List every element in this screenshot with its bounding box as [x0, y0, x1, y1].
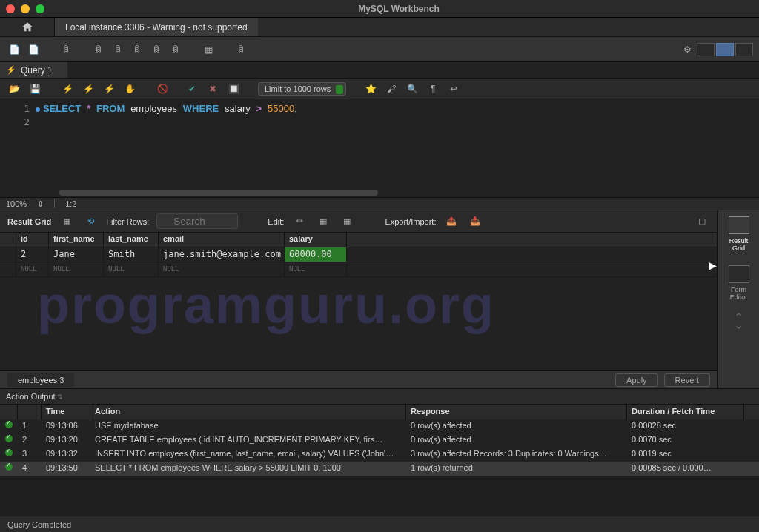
execute-icon[interactable]: ⚡	[59, 81, 76, 97]
result-side-panel: Result Grid Form Editor ⌃⌄	[717, 210, 759, 388]
import-icon[interactable]: 📥	[467, 213, 483, 230]
cell[interactable]: 2	[16, 247, 49, 262]
commit-icon[interactable]: ✔	[184, 81, 200, 97]
chevron-up-down-icon: ⌃⌄	[734, 314, 743, 329]
action-output-columns: Time Action Response Duration / Fetch Ti…	[0, 405, 759, 419]
connection-tab-bar: Local instance 3306 - Warning - not supp…	[0, 18, 759, 37]
col-header[interactable]: id	[16, 233, 49, 247]
autocommit-icon[interactable]: 🔲	[225, 81, 242, 97]
panel-toggle-right[interactable]	[735, 43, 753, 56]
sql-editor[interactable]: 1 2 SELECT * FROM employees WHERE salary…	[0, 99, 759, 197]
execute-current-icon[interactable]: ⚡	[80, 81, 96, 97]
connection-tab[interactable]: Local instance 3306 - Warning - not supp…	[55, 18, 258, 36]
edit-icon-3[interactable]: ▦	[339, 213, 355, 230]
inspector-icon[interactable]: 🛢	[58, 41, 74, 58]
cursor-position: 1:2	[65, 199, 76, 208]
cell[interactable]: jane.smith@example.com	[159, 247, 285, 262]
close-window-button[interactable]	[6, 4, 15, 13]
panel-toggle-left[interactable]	[697, 43, 715, 56]
explain-icon[interactable]: ⚡	[101, 81, 117, 97]
invisible-chars-icon[interactable]: ¶	[425, 81, 441, 97]
cell-selected[interactable]: 60000.00	[285, 247, 347, 262]
wrap-cell-icon[interactable]: ▢	[694, 213, 710, 230]
beautify-icon[interactable]: 🖌	[383, 81, 400, 97]
grid-row[interactable]: 2 Jane Smith jane.smith@example.com 6000…	[0, 247, 717, 262]
query-tab-label: Query 1	[21, 65, 53, 76]
db-icon-5[interactable]: 🛢	[168, 41, 184, 58]
wrap-icon[interactable]: ↩	[445, 81, 462, 97]
revert-button[interactable]: Revert	[664, 373, 710, 387]
stop-icon[interactable]: ✋	[122, 81, 138, 97]
cell-null[interactable]: NULL	[104, 262, 159, 276]
query-tab-bar: ⚡ Query 1	[0, 62, 759, 79]
open-file-icon[interactable]: 📂	[6, 81, 22, 97]
filter-rows-input[interactable]	[156, 213, 238, 229]
cell[interactable]: Jane	[49, 247, 104, 262]
zoom-window-button[interactable]	[36, 4, 44, 13]
col-header[interactable]: salary	[285, 233, 347, 247]
cell-null[interactable]: NULL	[49, 262, 104, 276]
dashboard-icon[interactable]: ▦	[200, 41, 216, 58]
sql-code[interactable]: SELECT * FROM employees WHERE salary > 5…	[43, 99, 297, 197]
result-grid[interactable]: id first_name last_name email salary 2 J…	[0, 233, 717, 370]
edit-icon-1[interactable]: ✏	[291, 213, 308, 230]
db-icon-4[interactable]: 🛢	[148, 41, 165, 58]
grid-icon	[729, 216, 749, 234]
result-footer: employees 3 Apply Revert	[0, 370, 717, 388]
toggle-icon-1[interactable]: 🚫	[154, 81, 170, 97]
reconnect-icon[interactable]: 🛢	[233, 41, 249, 58]
col-action[interactable]: Action	[90, 405, 406, 419]
limit-dropdown[interactable]: Limit to 1000 rows	[258, 82, 346, 96]
result-tab[interactable]: employees 3	[7, 373, 74, 387]
db-icon-2[interactable]: 🛢	[110, 41, 126, 58]
grid-row-null[interactable]: NULL NULL NULL NULL NULL	[0, 262, 717, 277]
apply-button[interactable]: Apply	[615, 373, 658, 387]
zoom-handle-icon[interactable]: ⇕	[37, 199, 44, 209]
horizontal-scrollbar[interactable]	[59, 190, 378, 196]
success-icon	[5, 463, 13, 471]
col-response[interactable]: Response	[406, 405, 627, 419]
settings-icon[interactable]: ⚙	[679, 41, 695, 58]
refresh-icon[interactable]: ⟲	[82, 213, 99, 230]
grid-header: id first_name last_name email salary	[0, 233, 717, 247]
action-output-row[interactable]: 2 09:13:20 CREATE TABLE employees ( id I…	[0, 433, 759, 448]
window-title: MySQL Workbench	[44, 4, 753, 14]
action-output-row[interactable]: 3 09:13:32 INSERT INTO employees (first_…	[0, 448, 759, 462]
cell-null[interactable]: NULL	[285, 262, 347, 276]
star-icon[interactable]: ⭐	[362, 81, 379, 97]
save-file-icon[interactable]: 💾	[27, 81, 43, 97]
form-icon	[729, 265, 749, 283]
col-time[interactable]: Time	[42, 405, 90, 419]
action-output-row[interactable]: 4 09:13:50 SELECT * FROM employees WHERE…	[0, 462, 759, 476]
side-nav[interactable]: ⌃⌄	[734, 314, 743, 329]
minimize-window-button[interactable]	[21, 4, 30, 13]
col-duration[interactable]: Duration / Fetch Time	[627, 405, 744, 419]
editor-toolbar: 📂 💾 ⚡ ⚡ ⚡ ✋ 🚫 ✔ ✖ 🔲 Limit to 1000 rows ⭐…	[0, 79, 759, 99]
export-icon[interactable]: 📤	[443, 213, 460, 230]
limit-dropdown-label: Limit to 1000 rows	[258, 82, 346, 96]
side-result-grid[interactable]: Result Grid	[729, 216, 749, 252]
home-tab[interactable]	[0, 18, 55, 36]
col-header[interactable]: email	[159, 233, 285, 247]
cell-null[interactable]: NULL	[16, 262, 49, 276]
db-icon-1[interactable]: 🛢	[90, 41, 107, 58]
action-output-dropdown[interactable]: Action Output	[6, 392, 63, 401]
side-form-editor[interactable]: Form Editor	[729, 265, 749, 301]
result-area: Result Grid ▦ ⟲ Filter Rows: Edit: ✏ ▦ ▦…	[0, 210, 717, 388]
action-output-row[interactable]: 1 09:13:06 USE mydatabase 0 row(s) affec…	[0, 419, 759, 433]
cell[interactable]: Smith	[104, 247, 159, 262]
find-icon[interactable]: 🔍	[404, 81, 420, 97]
collapse-arrow-icon[interactable]: ▶	[709, 259, 717, 271]
db-icon-3[interactable]: 🛢	[129, 41, 145, 58]
col-header[interactable]: first_name	[49, 233, 104, 247]
panel-toggle-bottom[interactable]	[716, 43, 734, 56]
new-script-icon[interactable]: 📄	[25, 41, 42, 58]
new-sql-tab-icon[interactable]: 📄	[6, 41, 22, 58]
grid-view-icon[interactable]: ▦	[59, 213, 75, 230]
success-icon	[5, 421, 13, 428]
query-tab[interactable]: ⚡ Query 1	[0, 62, 67, 78]
edit-icon-2[interactable]: ▦	[315, 213, 331, 230]
cell-null[interactable]: NULL	[159, 262, 285, 276]
col-header[interactable]: last_name	[104, 233, 159, 247]
rollback-icon[interactable]: ✖	[205, 81, 221, 97]
